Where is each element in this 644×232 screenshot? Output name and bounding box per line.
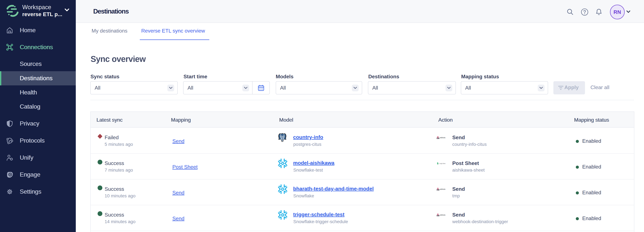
- svg-text:webhooks: webhooks: [440, 214, 446, 216]
- svg-text:Google Sheets: Google Sheets: [440, 163, 445, 164]
- svg-text:webhooks: webhooks: [440, 188, 446, 190]
- svg-text:webhooks: webhooks: [440, 137, 446, 139]
